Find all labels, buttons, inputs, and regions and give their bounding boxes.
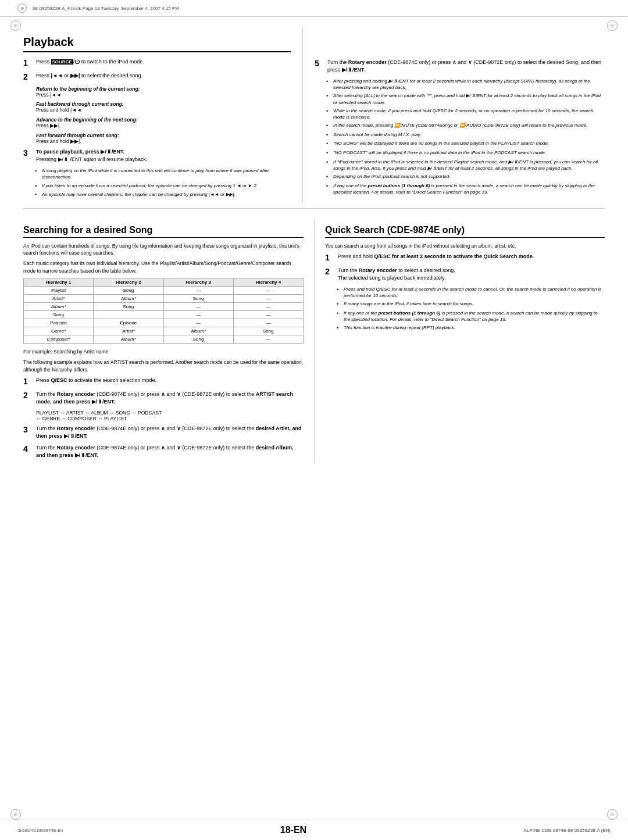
footer: 3IGB04CDE9874E.fm 18-EN ALPINE CDE-9874E… xyxy=(0,820,628,840)
right-bullet-6: "NO SONG" will be displayed if there are… xyxy=(326,140,605,148)
table-cell: — xyxy=(233,311,303,319)
qs-step-num-1: 1 xyxy=(325,253,334,263)
sub-step-advance: Advance to the beginning of the next son… xyxy=(36,117,291,130)
playback-title: Playback xyxy=(23,35,291,52)
search-step-num-4: 4 xyxy=(23,444,33,454)
corner-mark-tl: ⊕ xyxy=(10,20,21,31)
table-cell: Genre* xyxy=(24,327,94,335)
search-step-3-content: Turn the Rotary encoder (CDE-9874E only)… xyxy=(36,425,304,440)
qs-step-1-content: Press and hold Q/ESC for at least 2 seco… xyxy=(338,253,534,260)
search-step-2-content: Turn the Rotary encoder (CDE-9874E only)… xyxy=(36,391,304,406)
header-bar: ⊕ 68-09359Z38-A_F.book Page 18 Tuesday, … xyxy=(0,0,628,17)
sub-step-ff: Fast forward through current song: Press… xyxy=(36,133,291,145)
table-cell: Album* xyxy=(94,335,163,344)
step-5-area: 5 Turn the Rotary encoder (CDE-9874E onl… xyxy=(315,59,605,74)
table-cell: Song xyxy=(163,295,233,303)
search-step-2: 2 Turn the Rotary encoder (CDE-9874E onl… xyxy=(23,391,304,406)
table-header-4: Hierarchy 4 xyxy=(233,278,303,287)
table-cell: — xyxy=(163,303,233,311)
bottom-section: Searching for a desired Song An iPod can… xyxy=(23,219,605,463)
quick-search-intro: You can search a song from all songs in … xyxy=(325,242,605,249)
sub-step-return-title: Return to the beginning of the current s… xyxy=(36,86,291,92)
table-cell: Album* xyxy=(163,327,233,335)
qs-step-1: 1 Press and hold Q/ESC for at least 2 se… xyxy=(325,253,605,263)
table-row: Playlist Song — — xyxy=(24,287,304,295)
playback-column: Playback 1 Press SOURCE/⏻ to switch to t… xyxy=(23,27,302,202)
sub-step-return-body: Press |◄◄ xyxy=(36,92,291,99)
search-step-num-3: 3 xyxy=(23,425,33,435)
bullet-playback-3: An episode may have several chapters, th… xyxy=(35,191,291,199)
table-header-1: Hierarchy 1 xyxy=(24,278,94,287)
table-cell: Album* xyxy=(94,295,163,303)
table-cell: — xyxy=(163,311,233,319)
table-cell: — xyxy=(233,335,303,344)
right-bullet-7: "NO PODCAST" will be displayed if there … xyxy=(326,149,605,157)
right-bullet-9: Depending on the iPod, podcast search is… xyxy=(326,173,605,181)
step-3: 3 To pause playback, press ▶/⏸/ENT. Pres… xyxy=(23,148,291,163)
right-bullet-10: If any one of the preset buttons (1 thro… xyxy=(326,183,605,195)
table-header-2: Hierarchy 2 xyxy=(94,278,163,287)
searching-intro1: An iPod can contain hundreds of songs. B… xyxy=(23,242,304,257)
footer-file: 3IGB04CDE9874E.fm xyxy=(17,828,63,833)
sub-step-rewind-title: Fast backward through current song: xyxy=(36,101,291,107)
sub-step-advance-body: Press ▶▶|. xyxy=(36,123,291,130)
searching-right-bullets: After pressing and holding ▶/⏸/ENT for a… xyxy=(326,78,605,195)
table-cell: Artist* xyxy=(94,327,163,335)
sub-step-rewind: Fast backward through current song: Pres… xyxy=(36,101,291,114)
right-bullet-1: After pressing and holding ▶/⏸/ENT for a… xyxy=(326,78,605,91)
table-cell: Song xyxy=(233,327,303,335)
step-1-content: Press SOURCE/⏻ to switch to the iPod mod… xyxy=(36,58,144,66)
right-bullet-3: While in the search mode, if you press a… xyxy=(326,108,605,120)
search-step-num-1: 1 xyxy=(23,377,33,387)
header-corner-mark: ⊕ xyxy=(17,3,27,13)
table-cell: — xyxy=(163,287,233,295)
example-label: For example: Searching by Artist name xyxy=(23,348,304,355)
step-num-2: 2 xyxy=(23,72,33,82)
search-step-4: 4 Turn the Rotary encoder (CDE-9874E onl… xyxy=(23,444,304,459)
quick-search-title: Quick Search (CDE-9874E only) xyxy=(325,225,605,238)
table-row: Genre* Artist* Album* Song xyxy=(24,327,304,335)
table-cell: — xyxy=(233,303,303,311)
table-row: Composer* Album* Song — xyxy=(24,335,304,344)
table-row: Album* Song — — xyxy=(24,303,304,311)
table-cell: Artist* xyxy=(24,295,94,303)
sub-step-rewind-body: Press and hold |◄◄ xyxy=(36,107,291,114)
bullet-playback-2: If you listen to an episode from a selec… xyxy=(35,183,291,190)
divider-middle xyxy=(23,208,605,209)
table-cell: Song xyxy=(24,311,94,319)
step-num-3: 3 xyxy=(23,148,33,158)
search-step-num-2: 2 xyxy=(23,391,33,401)
file-path: 68-09359Z38-A_F.book Page 18 Tuesday, Se… xyxy=(33,6,179,11)
table-cell: Song xyxy=(94,287,163,295)
table-row: Song — — xyxy=(24,311,304,319)
right-bullet-5: Search cannot be made during M.I.X. play… xyxy=(326,131,605,139)
step-num-1: 1 xyxy=(23,58,33,68)
sub-step-ff-body: Press and hold ▶▶|. xyxy=(36,138,291,145)
searching-section: Searching for a desired Song An iPod can… xyxy=(23,219,314,463)
page-number: 18-EN xyxy=(280,825,306,835)
step-2-content: Press |◄◄ or ▶▶| to select the desired s… xyxy=(36,72,142,80)
qs-step-num-2: 2 xyxy=(325,267,334,277)
sub-step-ff-title: Fast forward through current song: xyxy=(36,133,291,138)
qs-bullet-4: This function is inactive during repeat … xyxy=(337,324,605,332)
table-cell: — xyxy=(233,319,303,327)
qs-bullet-3: If any one of the preset buttons (1 thro… xyxy=(337,310,605,323)
table-row: Artist* Album* Song — xyxy=(24,295,304,303)
footer-brand: ALPINE CDE-9874E 68-09359Z38-A (EN) xyxy=(524,828,611,833)
playlist-chain: PLAYLIST ↔ ARTIST ↔ ALBUM ↔ SONG ↔ PODCA… xyxy=(36,410,304,421)
top-two-col: Playback 1 Press SOURCE/⏻ to switch to t… xyxy=(23,27,605,202)
qs-bullet-2: If many songs are in the iPod, it takes … xyxy=(337,301,605,308)
right-bullet-8: If "iPod name" stored in the iPod is sel… xyxy=(326,159,605,171)
table-cell: Podcast xyxy=(24,319,94,327)
search-step-1-content: Press Q/ESC to activate the search selec… xyxy=(36,377,156,384)
step-5: 5 Turn the Rotary encoder (CDE-9874E onl… xyxy=(315,59,605,74)
qs-step-2-content: Turn the Rotary encoder to select a desi… xyxy=(338,267,455,282)
searching-intro2: Each music category has its own individu… xyxy=(23,260,304,274)
table-cell: — xyxy=(163,319,233,327)
hierarchy-table: Hierarchy 1 Hierarchy 2 Hierarchy 3 Hier… xyxy=(23,278,304,344)
searching-title: Searching for a desired Song xyxy=(23,225,304,238)
search-step-4-content: Turn the Rotary encoder (CDE-9874E only)… xyxy=(36,444,304,459)
step-1: 1 Press SOURCE/⏻ to switch to the iPod m… xyxy=(23,58,291,68)
qs-step-2: 2 Turn the Rotary encoder to select a de… xyxy=(325,267,605,282)
bullet-playback-1: A song playing on the iPod while it is c… xyxy=(35,167,291,180)
